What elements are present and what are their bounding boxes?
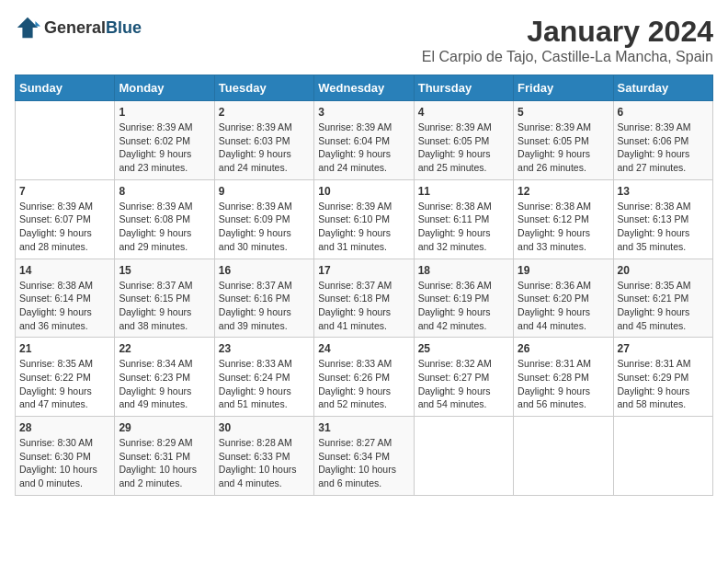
day-number: 9 (219, 185, 310, 198)
calendar-cell: 9Sunrise: 8:39 AM Sunset: 6:09 PM Daylig… (214, 179, 313, 259)
calendar-cell (16, 101, 115, 180)
logo: GeneralBlue (15, 15, 142, 40)
calendar-cell: 2Sunrise: 8:39 AM Sunset: 6:03 PM Daylig… (214, 101, 313, 180)
day-info: Sunrise: 8:39 AM Sunset: 6:03 PM Dayligh… (219, 121, 310, 175)
day-info: Sunrise: 8:39 AM Sunset: 6:09 PM Dayligh… (219, 200, 310, 254)
day-info: Sunrise: 8:37 AM Sunset: 6:16 PM Dayligh… (219, 279, 310, 333)
day-info: Sunrise: 8:33 AM Sunset: 6:24 PM Dayligh… (219, 357, 310, 411)
main-title: January 2024 (422, 15, 713, 49)
day-number: 19 (518, 264, 609, 277)
day-number: 15 (119, 264, 210, 277)
logo-blue-text: Blue (106, 18, 142, 37)
day-info: Sunrise: 8:39 AM Sunset: 6:04 PM Dayligh… (318, 121, 409, 175)
day-number: 20 (618, 264, 709, 277)
title-block: January 2024 El Carpio de Tajo, Castille… (422, 15, 713, 65)
calendar-week-row: 21Sunrise: 8:35 AM Sunset: 6:22 PM Dayli… (16, 338, 713, 417)
calendar-cell: 31Sunrise: 8:27 AM Sunset: 6:34 PM Dayli… (314, 417, 414, 496)
calendar-cell: 17Sunrise: 8:37 AM Sunset: 6:18 PM Dayli… (314, 259, 414, 338)
day-number: 16 (219, 264, 310, 277)
day-number: 6 (618, 106, 709, 119)
day-info: Sunrise: 8:34 AM Sunset: 6:23 PM Dayligh… (119, 357, 210, 411)
day-info: Sunrise: 8:38 AM Sunset: 6:13 PM Dayligh… (618, 200, 709, 254)
day-info: Sunrise: 8:30 AM Sunset: 6:30 PM Dayligh… (19, 436, 110, 490)
weekday-header: Sunday (16, 75, 115, 101)
calendar-week-row: 7Sunrise: 8:39 AM Sunset: 6:07 PM Daylig… (16, 179, 713, 259)
calendar-cell: 20Sunrise: 8:35 AM Sunset: 6:21 PM Dayli… (613, 259, 712, 338)
day-info: Sunrise: 8:39 AM Sunset: 6:10 PM Dayligh… (318, 200, 409, 254)
day-number: 2 (219, 106, 310, 119)
day-number: 24 (318, 342, 409, 355)
day-number: 27 (618, 342, 709, 355)
calendar-cell: 23Sunrise: 8:33 AM Sunset: 6:24 PM Dayli… (214, 338, 313, 417)
day-info: Sunrise: 8:38 AM Sunset: 6:12 PM Dayligh… (518, 200, 609, 254)
calendar-week-row: 28Sunrise: 8:30 AM Sunset: 6:30 PM Dayli… (16, 417, 713, 496)
day-info: Sunrise: 8:38 AM Sunset: 6:14 PM Dayligh… (19, 279, 110, 333)
day-number: 26 (518, 342, 609, 355)
day-info: Sunrise: 8:39 AM Sunset: 6:05 PM Dayligh… (418, 121, 509, 175)
day-number: 12 (518, 185, 609, 198)
day-number: 30 (219, 421, 310, 434)
calendar-cell: 15Sunrise: 8:37 AM Sunset: 6:15 PM Dayli… (115, 259, 214, 338)
calendar-cell: 16Sunrise: 8:37 AM Sunset: 6:16 PM Dayli… (214, 259, 313, 338)
day-info: Sunrise: 8:29 AM Sunset: 6:31 PM Dayligh… (119, 436, 210, 490)
day-number: 13 (618, 185, 709, 198)
page-header: GeneralBlue January 2024 El Carpio de Ta… (15, 15, 713, 65)
logo-general-text: General (44, 18, 106, 37)
calendar-cell: 11Sunrise: 8:38 AM Sunset: 6:11 PM Dayli… (414, 179, 513, 259)
day-number: 18 (418, 264, 509, 277)
calendar-cell: 26Sunrise: 8:31 AM Sunset: 6:28 PM Dayli… (514, 338, 613, 417)
day-info: Sunrise: 8:39 AM Sunset: 6:05 PM Dayligh… (518, 121, 609, 175)
day-number: 1 (119, 106, 210, 119)
weekday-header: Friday (514, 75, 613, 101)
day-number: 21 (19, 342, 110, 355)
day-number: 8 (119, 185, 210, 198)
day-number: 3 (318, 106, 409, 119)
calendar-cell: 27Sunrise: 8:31 AM Sunset: 6:29 PM Dayli… (613, 338, 712, 417)
day-info: Sunrise: 8:39 AM Sunset: 6:07 PM Dayligh… (19, 200, 110, 254)
calendar-cell: 25Sunrise: 8:32 AM Sunset: 6:27 PM Dayli… (414, 338, 513, 417)
day-number: 22 (119, 342, 210, 355)
day-info: Sunrise: 8:37 AM Sunset: 6:18 PM Dayligh… (318, 279, 409, 333)
day-number: 31 (318, 421, 409, 434)
calendar-cell: 24Sunrise: 8:33 AM Sunset: 6:26 PM Dayli… (314, 338, 414, 417)
weekday-header: Thursday (414, 75, 513, 101)
weekday-header: Monday (115, 75, 214, 101)
weekday-header: Saturday (613, 75, 712, 101)
calendar-cell: 5Sunrise: 8:39 AM Sunset: 6:05 PM Daylig… (514, 101, 613, 180)
calendar-cell: 21Sunrise: 8:35 AM Sunset: 6:22 PM Dayli… (16, 338, 115, 417)
day-info: Sunrise: 8:33 AM Sunset: 6:26 PM Dayligh… (318, 357, 409, 411)
calendar-cell: 8Sunrise: 8:39 AM Sunset: 6:08 PM Daylig… (115, 179, 214, 259)
calendar-cell: 7Sunrise: 8:39 AM Sunset: 6:07 PM Daylig… (16, 179, 115, 259)
calendar-cell: 1Sunrise: 8:39 AM Sunset: 6:02 PM Daylig… (115, 101, 214, 180)
day-number: 17 (318, 264, 409, 277)
day-info: Sunrise: 8:39 AM Sunset: 6:08 PM Dayligh… (119, 200, 210, 254)
day-info: Sunrise: 8:27 AM Sunset: 6:34 PM Dayligh… (318, 436, 409, 490)
calendar-cell: 13Sunrise: 8:38 AM Sunset: 6:13 PM Dayli… (613, 179, 712, 259)
day-number: 7 (19, 185, 110, 198)
calendar-cell: 6Sunrise: 8:39 AM Sunset: 6:06 PM Daylig… (613, 101, 712, 180)
day-info: Sunrise: 8:32 AM Sunset: 6:27 PM Dayligh… (418, 357, 509, 411)
calendar-cell: 3Sunrise: 8:39 AM Sunset: 6:04 PM Daylig… (314, 101, 414, 180)
day-number: 29 (119, 421, 210, 434)
day-info: Sunrise: 8:35 AM Sunset: 6:22 PM Dayligh… (19, 357, 110, 411)
calendar-header-row: SundayMondayTuesdayWednesdayThursdayFrid… (16, 75, 713, 101)
calendar-cell: 12Sunrise: 8:38 AM Sunset: 6:12 PM Dayli… (514, 179, 613, 259)
day-info: Sunrise: 8:35 AM Sunset: 6:21 PM Dayligh… (618, 279, 709, 333)
day-info: Sunrise: 8:38 AM Sunset: 6:11 PM Dayligh… (418, 200, 509, 254)
day-info: Sunrise: 8:36 AM Sunset: 6:20 PM Dayligh… (518, 279, 609, 333)
day-info: Sunrise: 8:28 AM Sunset: 6:33 PM Dayligh… (219, 436, 310, 490)
calendar-cell: 19Sunrise: 8:36 AM Sunset: 6:20 PM Dayli… (514, 259, 613, 338)
calendar-cell: 4Sunrise: 8:39 AM Sunset: 6:05 PM Daylig… (414, 101, 513, 180)
day-number: 10 (318, 185, 409, 198)
day-number: 4 (418, 106, 509, 119)
svg-marker-0 (17, 17, 38, 38)
day-number: 14 (19, 264, 110, 277)
calendar-week-row: 1Sunrise: 8:39 AM Sunset: 6:02 PM Daylig… (16, 101, 713, 180)
calendar-cell (514, 417, 613, 496)
day-number: 5 (518, 106, 609, 119)
calendar-cell: 10Sunrise: 8:39 AM Sunset: 6:10 PM Dayli… (314, 179, 414, 259)
calendar-table: SundayMondayTuesdayWednesdayThursdayFrid… (15, 75, 713, 496)
day-number: 25 (418, 342, 509, 355)
logo-icon (15, 15, 40, 40)
day-info: Sunrise: 8:36 AM Sunset: 6:19 PM Dayligh… (418, 279, 509, 333)
